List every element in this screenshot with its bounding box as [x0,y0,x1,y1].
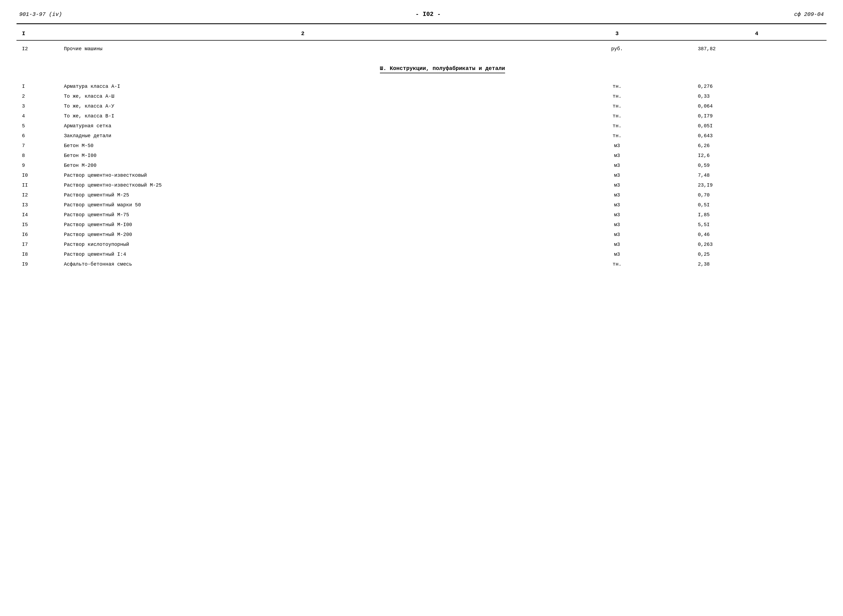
table-row: 7 Бетон М-50 м3 6,26 [16,141,827,151]
row-value: 2,38 [687,259,827,269]
table-row: I0 Раствор цементно-известковый м3 7,48 [16,170,827,180]
row-value: 0,276 [687,82,827,91]
row-num: I4 [16,210,59,220]
row-value: 0,263 [687,239,827,249]
row-num: 3 [16,101,59,111]
row-num: 8 [16,151,59,160]
row-num: I9 [16,259,59,269]
row-unit: м3 [547,239,687,249]
row-num: 4 [16,111,59,121]
row-num: I8 [16,249,59,259]
section-title-text: Ш. Конструкции, полуфабрикаты и детали [380,65,505,73]
row-desc: Раствор цементный М-75 [59,210,547,220]
row-num: I2 [16,40,59,57]
row-num: I6 [16,230,59,239]
row-unit: м3 [547,200,687,210]
row-value: 387,82 [687,40,827,57]
table-row: 2 То же, класса А-Ш тн. 0,33 [16,91,827,101]
row-value: 0,05I [687,121,827,131]
row-num: I [16,82,59,91]
row-unit: тн. [547,82,687,91]
row-desc: Бетон М-50 [59,141,547,151]
table-row: I2 Прочие машины руб. 387,82 [16,40,827,57]
row-num: 6 [16,131,59,141]
row-value: 0,25 [687,249,827,259]
row-unit: тн. [547,121,687,131]
row-value: 23,I9 [687,180,827,190]
row-desc: Раствор цементно-известковый М-25 [59,180,547,190]
row-desc: Раствор цементный М-25 [59,190,547,200]
row-num: I0 [16,170,59,180]
header-page-number: - I02 - [415,11,441,18]
table-row: 8 Бетон М-I00 м3 I2,6 [16,151,827,160]
row-value: 0,I79 [687,111,827,121]
row-unit: м3 [547,249,687,259]
row-value: 5,5I [687,220,827,230]
row-value: 6,26 [687,141,827,151]
row-desc: Прочие машины [59,40,547,57]
row-desc: То же, класса А-У [59,101,547,111]
row-num: II [16,180,59,190]
table-row: 9 Бетон М-200 м3 0,59 [16,160,827,170]
row-unit: тн. [547,91,687,101]
row-desc: Раствор цементный М-I00 [59,220,547,230]
row-num: I2 [16,190,59,200]
table-row: I8 Раствор цементный I:4 м3 0,25 [16,249,827,259]
row-desc: Раствор цементный I:4 [59,249,547,259]
row-desc: Арматурная сетка [59,121,547,131]
row-num: 7 [16,141,59,151]
header-form-number: сф 209-04 [794,11,824,18]
row-value: 0,70 [687,190,827,200]
row-value: 0,59 [687,160,827,170]
row-unit: м3 [547,230,687,239]
column-headers: I 2 3 4 [16,27,827,40]
row-value: 0,46 [687,230,827,239]
row-desc: Раствор цементно-известковый [59,170,547,180]
row-unit: м3 [547,141,687,151]
row-unit: м3 [547,180,687,190]
section-col1 [16,57,59,78]
table-row: I4 Раствор цементный М-75 м3 I,85 [16,210,827,220]
row-unit: тн. [547,131,687,141]
table-row: I2 Раствор цементный М-25 м3 0,70 [16,190,827,200]
row-unit: м3 [547,151,687,160]
row-desc: Раствор цементный марки 50 [59,200,547,210]
row-num: 2 [16,91,59,101]
table-row: I9 Асфальто-бетонная смесь тн. 2,38 [16,259,827,269]
table-row: I7 Раствор кислотоупорный м3 0,263 [16,239,827,249]
row-num: I5 [16,220,59,230]
table-row: I3 Раствор цементный марки 50 м3 0,5I [16,200,827,210]
row-desc: То же, класса А-Ш [59,91,547,101]
row-unit: м3 [547,220,687,230]
row-value: 7,48 [687,170,827,180]
table-row: I Арматура класса А-I тн. 0,276 [16,82,827,91]
row-value: 0,643 [687,131,827,141]
header-doc-number: 901-3-97 (iv) [19,11,62,18]
table-row: I6 Раствор цементный М-200 м3 0,46 [16,230,827,239]
section-title: Ш. Конструкции, полуфабрикаты и детали [59,57,827,78]
row-unit: м3 [547,210,687,220]
col3-header: 3 [547,27,687,40]
top-rule [16,23,827,24]
row-unit: м3 [547,160,687,170]
row-value: 0,33 [687,91,827,101]
main-table: I 2 3 4 I2 Прочие машины руб. 387,82 Ш. … [16,27,827,269]
row-unit: тн. [547,259,687,269]
row-desc: Раствор кислотоупорный [59,239,547,249]
row-num: 9 [16,160,59,170]
table-row: 4 То же, класса В-I тн. 0,I79 [16,111,827,121]
row-desc: Закладные детали [59,131,547,141]
row-desc: Бетон М-200 [59,160,547,170]
table-row: 5 Арматурная сетка тн. 0,05I [16,121,827,131]
table-row: 6 Закладные детали тн. 0,643 [16,131,827,141]
row-desc: Арматура класса А-I [59,82,547,91]
row-num: I3 [16,200,59,210]
page-header: 901-3-97 (iv) - I02 - сф 209-04 [16,11,827,18]
row-unit: тн. [547,111,687,121]
row-value: 0,064 [687,101,827,111]
row-desc: То же, класса В-I [59,111,547,121]
row-num: I7 [16,239,59,249]
row-unit: м3 [547,190,687,200]
row-unit: м3 [547,170,687,180]
row-value: I2,6 [687,151,827,160]
